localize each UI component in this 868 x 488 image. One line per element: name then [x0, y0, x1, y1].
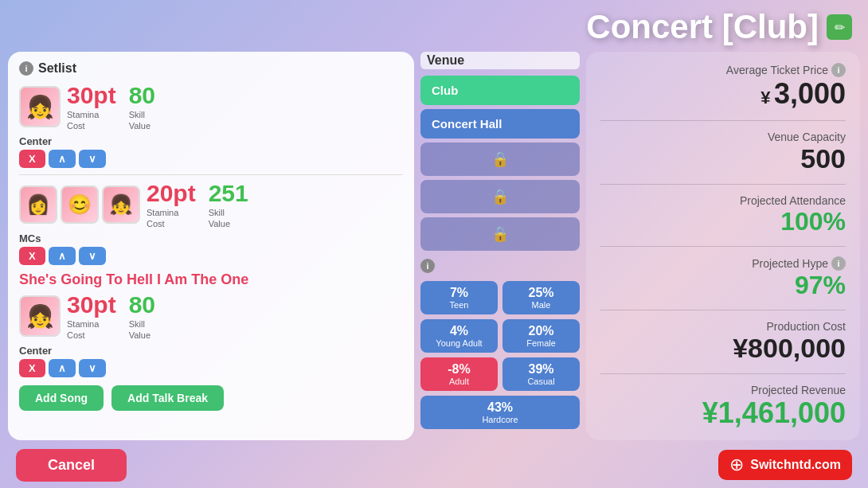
venue-options: Club Concert Hall 🔒 🔒 🔒	[420, 76, 580, 251]
audience-adult[interactable]: -8%Adult	[420, 357, 498, 391]
control-btns-mc: X ∧ ∨	[19, 247, 403, 265]
btn-down-mc[interactable]: ∨	[79, 247, 106, 265]
setlist-panel: i Setlist 👧 30pt StaminaCost 80 SkillVal…	[8, 52, 414, 440]
skill-label-mc: SkillValue	[209, 207, 248, 230]
venue-capacity-value: 500	[600, 143, 846, 174]
projected-hype-value: 97%	[600, 271, 846, 300]
mc-stats: 20pt StaminaCost 251 SkillValue	[147, 180, 248, 230]
song-stats-1: 30pt StaminaCost 80 SkillValue	[67, 82, 155, 132]
projected-attendance-label: Projected Attendance	[740, 194, 846, 207]
add-talk-button[interactable]: Add Talk Break	[111, 385, 224, 411]
venue-locked-2[interactable]: 🔒	[420, 180, 580, 213]
pt-value-mc: 20pt	[147, 180, 196, 206]
skill-value-mc: 251	[209, 180, 248, 206]
divider-1	[19, 174, 403, 175]
audience-casual[interactable]: 39%Casual	[502, 357, 580, 391]
btn-up-mc[interactable]: ∧	[49, 247, 76, 265]
projected-revenue-group: Projected Revenue ¥1,461,000	[600, 384, 846, 430]
production-cost-value: ¥800,000	[600, 333, 846, 364]
stat-divider-3	[600, 246, 846, 247]
setlist-header: i Setlist	[19, 61, 403, 76]
pt-value-3: 30pt	[67, 291, 116, 318]
projected-revenue-value: ¥1,461,000	[600, 396, 846, 430]
song-title: She's Going To Hell I Am The One	[19, 271, 403, 288]
mc-avatar-1: 👩	[19, 185, 57, 224]
setlist-row-center-1: 👧 30pt StaminaCost 80 SkillValue	[19, 82, 403, 132]
audience-teen[interactable]: 7%Teen	[420, 281, 498, 314]
audience-info-icon[interactable]: i	[420, 259, 435, 273]
mc-avatars: 👩 😊 👧	[19, 185, 140, 224]
title-bar: Concert [Club] ✏	[586, 8, 852, 46]
projected-revenue-label: Projected Revenue	[751, 384, 846, 396]
audience-female[interactable]: 20%Female	[502, 319, 580, 353]
stamina-label-1: StaminaCost	[67, 109, 116, 132]
projected-hype-label: Projected Hype	[752, 257, 828, 270]
production-cost-label: Production Cost	[766, 320, 846, 333]
add-song-button[interactable]: Add Song	[19, 385, 104, 411]
venue-club[interactable]: Club	[420, 76, 580, 105]
song-stats-3: 30pt StaminaCost 80 SkillValue	[67, 291, 155, 342]
projected-attendance-group: Projected Attendance 100%	[600, 194, 846, 236]
skill-label-1: SkillValue	[129, 109, 155, 132]
edit-button[interactable]: ✏	[827, 14, 852, 40]
setlist-row-center-2: 👧 30pt StaminaCost 80 SkillValue	[19, 291, 403, 342]
setlist-row-mc: 👩 😊 👧 20pt StaminaCost 251 SkillValue	[19, 180, 403, 230]
setlist-title: Setlist	[38, 61, 76, 76]
audience-info-row: i	[420, 259, 580, 273]
setlist-info-icon[interactable]: i	[19, 61, 33, 76]
stamina-label-mc: StaminaCost	[147, 207, 196, 230]
btn-x-3[interactable]: X	[19, 359, 45, 377]
role-mc: MCs	[19, 232, 403, 244]
venue-concert-hall[interactable]: Concert Hall	[420, 109, 580, 139]
skill-value-1: 80	[129, 82, 155, 108]
cancel-button[interactable]: Cancel	[16, 449, 127, 482]
venue-capacity-label: Venue Capacity	[768, 131, 846, 143]
projected-hype-info-icon[interactable]: i	[831, 256, 846, 271]
stat-divider-1	[600, 120, 846, 121]
switchntd-text: Switchntd.com	[750, 458, 841, 472]
skill-value-3: 80	[129, 291, 155, 318]
venue-capacity-group: Venue Capacity 500	[600, 131, 846, 174]
mc-avatar-2: 😊	[61, 185, 99, 224]
avg-ticket-info-icon[interactable]: i	[831, 63, 846, 77]
audience-grid: 7%Teen 25%Male 4%Young Adult 20%Female -…	[420, 281, 580, 429]
role-center-2: Center	[19, 345, 403, 357]
audience-male[interactable]: 25%Male	[502, 281, 580, 314]
venue-locked-3[interactable]: 🔒	[420, 217, 580, 251]
mc-avatar-3: 👧	[102, 185, 140, 224]
stat-divider-4	[600, 310, 846, 310]
stat-divider-5	[600, 373, 846, 374]
switch-logo-icon: ⊕	[729, 455, 744, 475]
btn-down-1[interactable]: ∨	[79, 150, 106, 168]
stats-panel: Average Ticket Price i ¥ 3,000 Venue Cap…	[586, 52, 860, 440]
setlist-bottom-btns: Add Song Add Talk Break	[19, 385, 403, 411]
projected-hype-group: Projected Hype i 97%	[600, 256, 846, 300]
btn-up-3[interactable]: ∧	[49, 359, 76, 377]
production-cost-group: Production Cost ¥800,000	[600, 320, 846, 364]
avg-ticket-price-value: 3,000	[774, 77, 846, 110]
venue-panel: Venue Club Concert Hall 🔒 🔒 🔒 i 7%Teen 2…	[420, 52, 580, 440]
skill-label-3: SkillValue	[129, 318, 155, 342]
projected-attendance-value: 100%	[600, 207, 846, 236]
venue-locked-1[interactable]: 🔒	[420, 142, 580, 176]
bottom-bar: Cancel ⊕ Switchntd.com	[0, 442, 868, 488]
venue-label: Venue	[420, 52, 580, 69]
stat-divider-2	[600, 184, 846, 185]
btn-up-1[interactable]: ∧	[49, 150, 76, 168]
audience-hardcore[interactable]: 43%Hardcore	[420, 396, 580, 429]
control-btns-3: X ∧ ∨	[19, 359, 403, 377]
avatar-center-2: 👧	[19, 295, 61, 337]
avatar-center-1: 👧	[19, 86, 61, 127]
pt-value-1: 30pt	[67, 82, 116, 108]
btn-x-1[interactable]: X	[19, 150, 45, 168]
audience-young-adult[interactable]: 4%Young Adult	[420, 319, 498, 353]
stamina-label-3: StaminaCost	[67, 318, 116, 342]
avg-ticket-yen: ¥	[760, 88, 770, 107]
role-center-1: Center	[19, 135, 403, 147]
main-content: i Setlist 👧 30pt StaminaCost 80 SkillVal…	[8, 52, 860, 440]
btn-down-3[interactable]: ∨	[79, 359, 106, 377]
avg-ticket-price-label: Average Ticket Price	[726, 64, 828, 76]
switchntd-badge: ⊕ Switchntd.com	[718, 450, 852, 480]
btn-x-mc[interactable]: X	[19, 247, 45, 265]
control-btns-1: X ∧ ∨	[19, 150, 403, 168]
